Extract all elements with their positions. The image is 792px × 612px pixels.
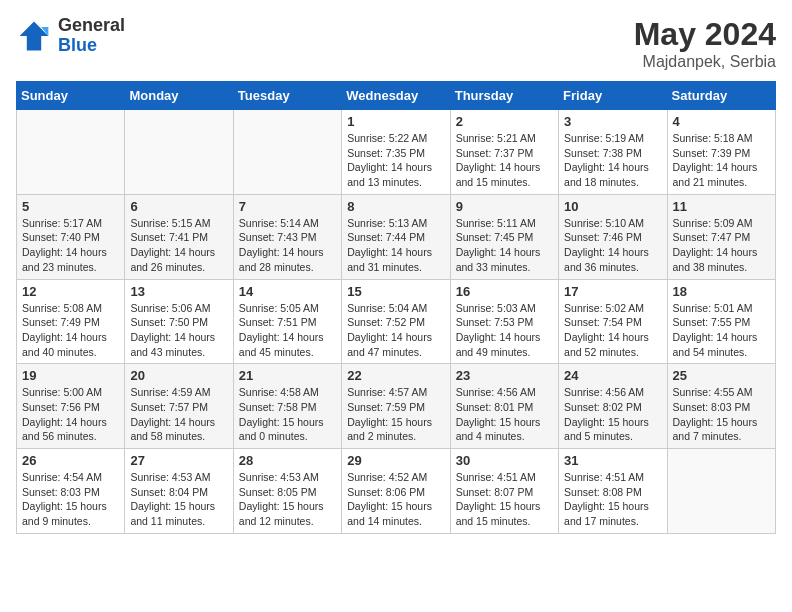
day-info: Sunrise: 4:54 AM Sunset: 8:03 PM Dayligh… [22, 470, 119, 529]
day-info: Sunrise: 4:59 AM Sunset: 7:57 PM Dayligh… [130, 385, 227, 444]
weekday-header-cell: Tuesday [233, 82, 341, 110]
day-number: 22 [347, 368, 444, 383]
calendar-day-cell: 31Sunrise: 4:51 AM Sunset: 8:08 PM Dayli… [559, 449, 667, 534]
day-info: Sunrise: 5:18 AM Sunset: 7:39 PM Dayligh… [673, 131, 770, 190]
day-info: Sunrise: 5:14 AM Sunset: 7:43 PM Dayligh… [239, 216, 336, 275]
calendar-day-cell: 24Sunrise: 4:56 AM Sunset: 8:02 PM Dayli… [559, 364, 667, 449]
day-info: Sunrise: 5:01 AM Sunset: 7:55 PM Dayligh… [673, 301, 770, 360]
header: General Blue May 2024 Majdanpek, Serbia [16, 16, 776, 71]
calendar-day-cell [233, 110, 341, 195]
calendar-day-cell [667, 449, 775, 534]
calendar-day-cell: 2Sunrise: 5:21 AM Sunset: 7:37 PM Daylig… [450, 110, 558, 195]
day-info: Sunrise: 4:55 AM Sunset: 8:03 PM Dayligh… [673, 385, 770, 444]
calendar-day-cell: 26Sunrise: 4:54 AM Sunset: 8:03 PM Dayli… [17, 449, 125, 534]
calendar-day-cell: 1Sunrise: 5:22 AM Sunset: 7:35 PM Daylig… [342, 110, 450, 195]
day-info: Sunrise: 5:08 AM Sunset: 7:49 PM Dayligh… [22, 301, 119, 360]
calendar-day-cell: 13Sunrise: 5:06 AM Sunset: 7:50 PM Dayli… [125, 279, 233, 364]
weekday-header-cell: Friday [559, 82, 667, 110]
calendar-day-cell: 3Sunrise: 5:19 AM Sunset: 7:38 PM Daylig… [559, 110, 667, 195]
day-info: Sunrise: 4:51 AM Sunset: 8:07 PM Dayligh… [456, 470, 553, 529]
day-info: Sunrise: 4:53 AM Sunset: 8:04 PM Dayligh… [130, 470, 227, 529]
day-info: Sunrise: 5:03 AM Sunset: 7:53 PM Dayligh… [456, 301, 553, 360]
day-number: 12 [22, 284, 119, 299]
logo-blue-text: Blue [58, 36, 125, 56]
calendar-week-row: 5Sunrise: 5:17 AM Sunset: 7:40 PM Daylig… [17, 194, 776, 279]
calendar-day-cell: 7Sunrise: 5:14 AM Sunset: 7:43 PM Daylig… [233, 194, 341, 279]
day-number: 4 [673, 114, 770, 129]
day-number: 3 [564, 114, 661, 129]
day-info: Sunrise: 4:52 AM Sunset: 8:06 PM Dayligh… [347, 470, 444, 529]
calendar-day-cell: 9Sunrise: 5:11 AM Sunset: 7:45 PM Daylig… [450, 194, 558, 279]
day-number: 10 [564, 199, 661, 214]
calendar-week-row: 26Sunrise: 4:54 AM Sunset: 8:03 PM Dayli… [17, 449, 776, 534]
day-number: 31 [564, 453, 661, 468]
day-number: 11 [673, 199, 770, 214]
calendar-day-cell: 14Sunrise: 5:05 AM Sunset: 7:51 PM Dayli… [233, 279, 341, 364]
day-info: Sunrise: 5:00 AM Sunset: 7:56 PM Dayligh… [22, 385, 119, 444]
day-number: 19 [22, 368, 119, 383]
day-info: Sunrise: 5:22 AM Sunset: 7:35 PM Dayligh… [347, 131, 444, 190]
logo-text: General Blue [58, 16, 125, 56]
calendar-day-cell [125, 110, 233, 195]
day-info: Sunrise: 5:04 AM Sunset: 7:52 PM Dayligh… [347, 301, 444, 360]
day-number: 23 [456, 368, 553, 383]
day-info: Sunrise: 4:58 AM Sunset: 7:58 PM Dayligh… [239, 385, 336, 444]
weekday-header-row: SundayMondayTuesdayWednesdayThursdayFrid… [17, 82, 776, 110]
calendar-day-cell: 6Sunrise: 5:15 AM Sunset: 7:41 PM Daylig… [125, 194, 233, 279]
calendar-day-cell: 23Sunrise: 4:56 AM Sunset: 8:01 PM Dayli… [450, 364, 558, 449]
day-info: Sunrise: 5:06 AM Sunset: 7:50 PM Dayligh… [130, 301, 227, 360]
day-number: 16 [456, 284, 553, 299]
day-number: 21 [239, 368, 336, 383]
calendar-title: May 2024 [634, 16, 776, 53]
calendar-day-cell: 19Sunrise: 5:00 AM Sunset: 7:56 PM Dayli… [17, 364, 125, 449]
svg-marker-0 [20, 21, 49, 50]
calendar-day-cell: 30Sunrise: 4:51 AM Sunset: 8:07 PM Dayli… [450, 449, 558, 534]
day-number: 26 [22, 453, 119, 468]
day-info: Sunrise: 4:51 AM Sunset: 8:08 PM Dayligh… [564, 470, 661, 529]
calendar-week-row: 19Sunrise: 5:00 AM Sunset: 7:56 PM Dayli… [17, 364, 776, 449]
weekday-header-cell: Sunday [17, 82, 125, 110]
day-number: 15 [347, 284, 444, 299]
title-area: May 2024 Majdanpek, Serbia [634, 16, 776, 71]
day-info: Sunrise: 5:09 AM Sunset: 7:47 PM Dayligh… [673, 216, 770, 275]
day-number: 1 [347, 114, 444, 129]
calendar-day-cell: 16Sunrise: 5:03 AM Sunset: 7:53 PM Dayli… [450, 279, 558, 364]
day-info: Sunrise: 5:19 AM Sunset: 7:38 PM Dayligh… [564, 131, 661, 190]
weekday-header-cell: Thursday [450, 82, 558, 110]
day-number: 18 [673, 284, 770, 299]
day-number: 9 [456, 199, 553, 214]
day-number: 20 [130, 368, 227, 383]
calendar-day-cell: 8Sunrise: 5:13 AM Sunset: 7:44 PM Daylig… [342, 194, 450, 279]
calendar-day-cell: 15Sunrise: 5:04 AM Sunset: 7:52 PM Dayli… [342, 279, 450, 364]
calendar-day-cell: 28Sunrise: 4:53 AM Sunset: 8:05 PM Dayli… [233, 449, 341, 534]
day-info: Sunrise: 5:02 AM Sunset: 7:54 PM Dayligh… [564, 301, 661, 360]
calendar-day-cell: 25Sunrise: 4:55 AM Sunset: 8:03 PM Dayli… [667, 364, 775, 449]
day-info: Sunrise: 5:10 AM Sunset: 7:46 PM Dayligh… [564, 216, 661, 275]
day-info: Sunrise: 4:56 AM Sunset: 8:01 PM Dayligh… [456, 385, 553, 444]
day-info: Sunrise: 5:15 AM Sunset: 7:41 PM Dayligh… [130, 216, 227, 275]
day-number: 17 [564, 284, 661, 299]
day-number: 6 [130, 199, 227, 214]
calendar-day-cell: 11Sunrise: 5:09 AM Sunset: 7:47 PM Dayli… [667, 194, 775, 279]
calendar-day-cell: 5Sunrise: 5:17 AM Sunset: 7:40 PM Daylig… [17, 194, 125, 279]
calendar-day-cell: 27Sunrise: 4:53 AM Sunset: 8:04 PM Dayli… [125, 449, 233, 534]
calendar-day-cell: 21Sunrise: 4:58 AM Sunset: 7:58 PM Dayli… [233, 364, 341, 449]
calendar-body: 1Sunrise: 5:22 AM Sunset: 7:35 PM Daylig… [17, 110, 776, 534]
day-info: Sunrise: 5:05 AM Sunset: 7:51 PM Dayligh… [239, 301, 336, 360]
calendar-day-cell: 17Sunrise: 5:02 AM Sunset: 7:54 PM Dayli… [559, 279, 667, 364]
calendar-day-cell: 29Sunrise: 4:52 AM Sunset: 8:06 PM Dayli… [342, 449, 450, 534]
day-number: 28 [239, 453, 336, 468]
calendar-day-cell: 20Sunrise: 4:59 AM Sunset: 7:57 PM Dayli… [125, 364, 233, 449]
day-number: 2 [456, 114, 553, 129]
day-info: Sunrise: 5:13 AM Sunset: 7:44 PM Dayligh… [347, 216, 444, 275]
day-number: 8 [347, 199, 444, 214]
calendar-day-cell: 22Sunrise: 4:57 AM Sunset: 7:59 PM Dayli… [342, 364, 450, 449]
calendar-day-cell: 12Sunrise: 5:08 AM Sunset: 7:49 PM Dayli… [17, 279, 125, 364]
calendar-week-row: 1Sunrise: 5:22 AM Sunset: 7:35 PM Daylig… [17, 110, 776, 195]
day-number: 13 [130, 284, 227, 299]
calendar-day-cell: 10Sunrise: 5:10 AM Sunset: 7:46 PM Dayli… [559, 194, 667, 279]
calendar-subtitle: Majdanpek, Serbia [634, 53, 776, 71]
day-info: Sunrise: 5:11 AM Sunset: 7:45 PM Dayligh… [456, 216, 553, 275]
logo-general-text: General [58, 16, 125, 36]
day-info: Sunrise: 4:53 AM Sunset: 8:05 PM Dayligh… [239, 470, 336, 529]
